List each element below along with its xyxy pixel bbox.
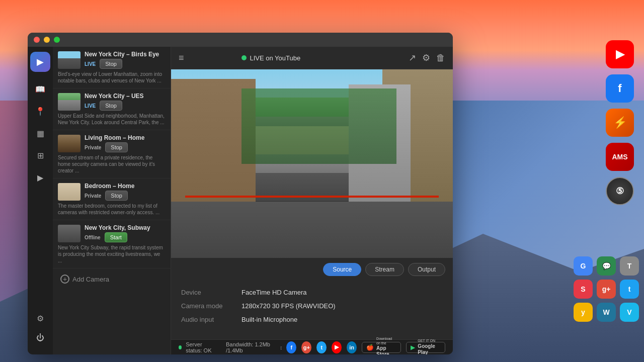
add-camera-button[interactable]: + Add Camera [53, 268, 171, 290]
s5-icon: ⑤ [616, 186, 624, 197]
youtube-desktop-icon[interactable]: ▶ [606, 40, 634, 68]
minimize-button[interactable] [44, 37, 50, 43]
close-button[interactable] [34, 37, 40, 43]
s-desktop-sm[interactable]: S [574, 280, 593, 299]
camera-desc-3: The master bedroom, connected to my list… [58, 203, 166, 216]
facebook-desktop-icon[interactable]: f [606, 74, 634, 103]
video-preview [171, 69, 453, 258]
camera-thumb-1 [58, 93, 80, 111]
audio-value: Built-in Microphone [242, 316, 297, 323]
camera-name-3: Bedroom – Home [85, 183, 166, 190]
app-window: ▶ 📖 📍 ▦ ⊞ ▶ ⚙ ⏻ [28, 33, 453, 354]
camera-item-0[interactable]: New York City – Birds Eye LIVE Stop Bird… [53, 47, 171, 88]
camera-info-3: Bedroom – Home Private Stop [85, 183, 166, 201]
share-button[interactable]: ↗ [409, 52, 416, 63]
camera-item-2[interactable]: Living Room – Home Private Stop Secured … [53, 130, 171, 178]
status-right: f g+ t ▶ in 🍎 Download on the App Store … [286, 341, 445, 353]
settings-button[interactable]: ⚙ [422, 52, 430, 63]
tab-output[interactable]: Output [408, 263, 445, 276]
sidebar-item-video[interactable]: ▶ [31, 168, 49, 187]
camera-thumb-3 [58, 183, 80, 201]
grid-icon: ⊞ [37, 151, 44, 160]
status-gplus-icon[interactable]: g+ [301, 341, 311, 353]
tw-desktop-sm[interactable]: t [620, 280, 639, 299]
googleplay-line2: Google Play [418, 343, 441, 354]
camera-stop-btn-0[interactable]: Stop [100, 59, 122, 69]
live-dot [242, 55, 247, 60]
status-youtube-icon[interactable]: ▶ [332, 341, 342, 353]
sidebar-item-list[interactable]: ▦ [31, 124, 49, 142]
camera-stop-btn-1[interactable]: Stop [100, 101, 122, 111]
status-facebook-icon[interactable]: f [286, 341, 296, 353]
googleplay-text: GET IT ON Google Play [418, 339, 441, 354]
camera-desc-2: Secured stream of a private residence, t… [58, 154, 166, 174]
camera-header-0: New York City – Birds Eye LIVE Stop [58, 51, 166, 69]
detail-row-audio: Audio input Built-in Microphone [181, 316, 443, 323]
camera-status-3: Private [85, 193, 101, 199]
camera-status-4: Offline [85, 235, 101, 240]
detail-row-device: Device FaceTime HD Camera [181, 289, 443, 296]
camera-item-4[interactable]: New York City, Subway Offline Start New … [53, 220, 171, 268]
t-desktop-sm[interactable]: T [620, 256, 639, 276]
device-value: FaceTime HD Camera [242, 289, 307, 296]
status-twitter-icon[interactable]: t [316, 341, 327, 353]
ams-desktop-icon[interactable]: AMS [606, 143, 634, 171]
googleplay-line1: GET IT ON [418, 339, 441, 343]
camera-item-1[interactable]: New York City – UES LIVE Stop Upper East… [53, 88, 171, 130]
wp-desktop-sm[interactable]: W [597, 303, 616, 322]
s5-desktop-icon[interactable]: ⑤ [606, 177, 634, 205]
yellow-desktop-sm[interactable]: y [574, 303, 593, 322]
camera-thumb-2 [58, 135, 80, 152]
desktop-icons-right: ▶ f ⚡ AMS ⑤ [606, 40, 634, 205]
thunder-desktop-icon[interactable]: ⚡ [606, 109, 634, 137]
camera-desc-4: New York City Subway, the rapid transit … [58, 244, 166, 264]
app-logo-icon: ▶ [37, 56, 44, 67]
street-scene-bg [171, 69, 453, 258]
app-body: ▶ 📖 📍 ▦ ⊞ ▶ ⚙ ⏻ [28, 47, 453, 354]
live-indicator: LIVE on YouTube [242, 54, 300, 62]
sidebar-item-book[interactable]: 📖 [31, 80, 49, 98]
camera-start-btn-4[interactable]: Start [105, 232, 127, 242]
googleplay-badge[interactable]: ▶ GET IT ON Google Play [406, 342, 445, 353]
sidebar: ▶ 📖 📍 ▦ ⊞ ▶ ⚙ ⏻ [28, 47, 53, 354]
camera-thumb-4 [58, 225, 80, 242]
tab-stream[interactable]: Stream [365, 263, 404, 276]
sidebar-item-location[interactable]: 📍 [31, 102, 49, 120]
server-status-text: Server status: OK [186, 341, 219, 353]
sidebar-item-grid[interactable]: ⊞ [31, 146, 49, 164]
gplus-desktop-sm[interactable]: g+ [597, 280, 616, 299]
chat-desktop-sm[interactable]: 💬 [597, 256, 616, 276]
menu-toggle-button[interactable]: ≡ [179, 53, 184, 63]
status-bar: Server status: OK Bandwidth: 1.2Mb /1.4M… [171, 339, 453, 354]
camera-header-4: New York City, Subway Offline Start [58, 224, 166, 242]
ams-icon: AMS [612, 153, 627, 161]
appstore-line1: Download on the [376, 337, 396, 345]
device-label: Device [181, 289, 242, 296]
add-camera-icon: + [60, 275, 69, 284]
camera-item-3[interactable]: Bedroom – Home Private Stop The master b… [53, 178, 171, 220]
live-label: LIVE on YouTube [250, 54, 300, 62]
camera-stop-btn-2[interactable]: Stop [105, 142, 128, 152]
server-ok-label: Server status: OK [186, 341, 211, 353]
appstore-badge[interactable]: 🍎 Download on the App Store [362, 342, 401, 353]
camera-info-2: Living Room – Home Private Stop [85, 134, 166, 152]
add-camera-label: Add Camera [72, 276, 109, 283]
sidebar-item-settings[interactable]: ⚙ [31, 309, 49, 327]
maximize-button[interactable] [54, 37, 60, 43]
audio-label: Audio input [181, 316, 242, 323]
status-linkedin-icon[interactable]: in [347, 341, 357, 353]
camera-desc-1: Upper East Side and neighborhood, Manhat… [58, 113, 166, 126]
google-desktop-sm[interactable]: G [574, 256, 593, 276]
detail-row-mode: Camera mode 644x362 30 FPS (RAWVIDEO) [181, 302, 443, 310]
tab-source[interactable]: Source [323, 263, 361, 276]
title-bar [28, 33, 453, 47]
camera-stop-btn-3[interactable]: Stop [105, 191, 128, 201]
camera-name-2: Living Room – Home [85, 134, 166, 141]
sidebar-item-power[interactable]: ⏻ [31, 331, 49, 349]
camera-status-2: Private [85, 145, 101, 150]
top-bar-actions: ↗ ⚙ 🗑 [409, 52, 445, 63]
delete-button[interactable]: 🗑 [436, 52, 445, 63]
main-content: ≡ LIVE on YouTube ↗ ⚙ 🗑 [171, 47, 453, 354]
app-logo[interactable]: ▶ [30, 52, 50, 72]
vimeo-desktop-sm[interactable]: V [620, 303, 639, 322]
